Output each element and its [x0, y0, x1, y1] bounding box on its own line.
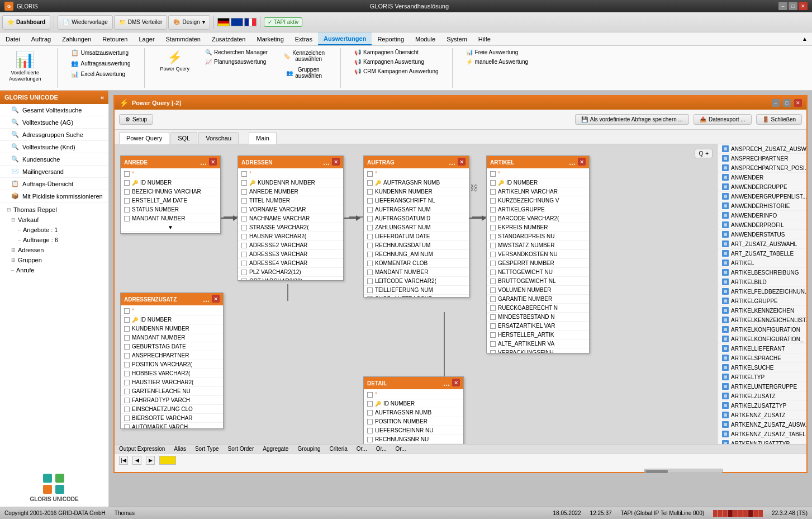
ribbon-collapse[interactable]: ▲ — [797, 32, 812, 45]
kampagnen-uebersicht-btn[interactable]: 📢 Kampagnen Übersicht — [352, 48, 441, 56]
artikel-menu[interactable]: ... — [569, 158, 576, 167]
anrede-row-bezeichnung[interactable]: BEZEICHNUNG VARCHAR — [121, 187, 220, 196]
anrede-menu[interactable]: ... — [200, 158, 207, 167]
tree-anrufe[interactable]: – Anrufe — [0, 265, 108, 275]
menu-datei[interactable]: Datei — [0, 32, 26, 45]
sidebar-item-volltextsuche-knd[interactable]: 🔍 Volltextsuche (Knd) — [0, 141, 108, 153]
right-panel-item-artikel[interactable]: ▦ ARTIKEL — [718, 258, 806, 268]
right-panel-item-artkennzusatztyp[interactable]: ▦ ARTKENNZUSATZTYP — [718, 439, 806, 444]
right-panel-item-anwenderhistorie[interactable]: ▦ ANWENDERHISTORIE — [718, 201, 806, 211]
vordefinierte-btn[interactable]: 📊 VordefinierteAuswertungen — [4, 48, 46, 81]
adressen-close[interactable]: ✕ — [332, 158, 340, 166]
checkbox[interactable] — [124, 189, 130, 195]
scrollbar-thumb[interactable] — [645, 470, 668, 473]
toolbar-dms[interactable]: 📁 DMS Verteiler — [114, 15, 168, 30]
adressenzusatz-menu[interactable]: ... — [203, 295, 210, 304]
menu-stammdaten[interactable]: Stammdaten — [160, 32, 206, 45]
tab-vorschau[interactable]: Vorschau — [198, 132, 239, 144]
right-scrollbar[interactable] — [644, 469, 723, 473]
menu-marketing[interactable]: Marketing — [251, 32, 289, 45]
detail-close[interactable]: ✕ — [452, 379, 460, 386]
pq-save-query-btn[interactable]: 💾 Als vordefinierte Abfrage speichern ..… — [575, 114, 689, 125]
sidebar-item-pickliste[interactable]: 📦 Mit Pickliste kommissionieren — [0, 190, 108, 202]
right-panel-item-anwenderprofil[interactable]: ▦ ANWENDERPROFIL — [718, 220, 806, 230]
table-detail[interactable]: DETAIL ... ✕ * 🔑ID NUMBER AUFTRAGSNR NUM… — [363, 376, 464, 444]
tree-angebote[interactable]: – Angebote : 1 — [0, 225, 108, 235]
anrede-row-erstellt[interactable]: ERSTELLT_AM DATE — [121, 196, 220, 205]
right-panel-item-artikelkonfiguration[interactable]: ▦ ARTIKELKONFIGURATION — [718, 325, 806, 334]
right-panel-item-artkennz-zusatz[interactable]: ▦ ARTKENNZ_ZUSATZ — [718, 411, 806, 420]
right-panel-item-artkennz-zusatz-tabel[interactable]: ▦ ARTKENNZ_ZUSATZ_TABEL... — [718, 430, 806, 439]
sidebar-collapse-icon[interactable]: « — [101, 94, 104, 101]
tab-power-query[interactable]: Power Query — [119, 132, 169, 144]
menu-retouren[interactable]: Retouren — [97, 32, 133, 45]
maximize-button[interactable]: □ — [789, 2, 797, 10]
menu-hilfe[interactable]: Hilfe — [473, 32, 496, 45]
sub-tab-main[interactable]: Main — [249, 132, 277, 144]
pq-main[interactable]: Q + — [115, 144, 717, 444]
right-panel-item-artikelsprache[interactable]: ▦ ARTIKELSPRACHE — [718, 353, 806, 363]
right-panel-item-artikelgruppe[interactable]: ▦ ARTIKELGRUPPE — [718, 296, 806, 306]
flag-de[interactable] — [217, 18, 230, 26]
right-panel-item-artikelzusatztyp[interactable]: ▦ ARTIKELZUSATZTYP — [718, 401, 806, 411]
menu-system[interactable]: System — [441, 32, 473, 45]
tree-adressen[interactable]: ⊞ Adressen — [0, 245, 108, 255]
sidebar-item-gesamt[interactable]: 🔍 Gesamt Volltextsuche — [0, 104, 108, 116]
sidebar-item-volltextsuche-ag[interactable]: 🔍 Volltextsuche (AG) — [0, 116, 108, 129]
right-panel-item-artikelsuche[interactable]: ▦ ARTIKELSUCHE — [718, 363, 806, 372]
adressen-row-kundennr[interactable]: 🔑 KUNDENNR NUMBER — [238, 178, 343, 187]
pq-edit-cell[interactable] — [159, 456, 176, 465]
checkbox[interactable] — [124, 207, 130, 213]
right-panel-item-artkennz-zusatz-ausw[interactable]: ▦ ARTKENNZ_ZUSATZ_AUSW... — [718, 420, 806, 430]
freie-auswertung-btn[interactable]: 📊 Freie Auswertung — [464, 48, 531, 56]
close-button[interactable]: ✕ — [799, 2, 808, 10]
kampagnen-auswertung-btn[interactable]: 📢 Kampagnen Auswertung — [352, 58, 441, 66]
anrede-row-id[interactable]: 🔑 ID NUMBER — [121, 178, 220, 187]
right-panel-item-anwender[interactable]: ▦ ANWENDER — [718, 173, 806, 182]
right-panel-item-artikelbild[interactable]: ▦ ARTIKELBILD — [718, 277, 806, 287]
right-panel-item-anwenderstatus[interactable]: ▦ ANWENDERSTATUS — [718, 230, 806, 239]
adressen-row-star[interactable]: * — [238, 169, 343, 178]
flag-gb[interactable] — [231, 18, 243, 26]
checkbox[interactable] — [124, 198, 130, 204]
right-panel-item-artikeluntergruppe[interactable]: ▦ ARTIKELUNTERGRUPPE — [718, 382, 806, 391]
anrede-row-mandant[interactable]: MANDANT NUMBER — [121, 214, 220, 223]
menu-auswertungen[interactable]: Auswertungen — [318, 32, 372, 45]
pq-nav-prev[interactable]: ◀ — [132, 456, 141, 465]
pq-maximize[interactable]: □ — [783, 99, 791, 107]
menu-reporting[interactable]: Reporting — [372, 32, 410, 45]
right-panel-item-anwenderinfo[interactable]: ▦ ANWENDERINFO — [718, 211, 806, 220]
menu-module[interactable]: Module — [410, 32, 441, 45]
right-panel-item-artikelkennzeichen[interactable]: ▦ ARTIKELKENNZEICHEN — [718, 306, 806, 315]
right-panel-item-anwendergruppe[interactable]: ▦ ANWENDERGRUPPE — [718, 182, 806, 192]
pq-minimize[interactable]: – — [772, 99, 780, 107]
toolbar-wiedervorlage[interactable]: 📄 Wiedervorlage — [58, 15, 112, 30]
right-panel-item-artikelfeldbezeich[interactable]: ▦ ARTIKELFELDBEZEICHNUN... — [718, 287, 806, 296]
right-panel-item-artikelbeschreibung[interactable]: ▦ ARTIKELBESCHREIBUNG — [718, 268, 806, 277]
tree-thomas[interactable]: ⊟ Thomas Reppel — [0, 205, 108, 215]
toolbar-dashboard[interactable]: ⭐ Dashboard — [2, 15, 50, 30]
right-panel-item-artikelkonfiguration2[interactable]: ▦ ARTIKELKONFIGURATION_ — [718, 334, 806, 344]
anrede-close[interactable]: ✕ — [209, 158, 217, 166]
checkbox[interactable] — [124, 180, 130, 186]
right-panel-item-ansprechpartner-posi[interactable]: ▦ ANSPRECHPARTNER_POSI... — [718, 163, 806, 173]
anrede-row-status[interactable]: STATUS NUMBER — [121, 205, 220, 214]
table-adressen[interactable]: ADRESSEN ... ✕ * — [238, 155, 344, 281]
table-adressenzusatz[interactable]: ADRESSENZUSATZ ... ✕ * 🔑ID NUMBER KUNDEN… — [120, 292, 224, 429]
right-panel-item-artikellieferant[interactable]: ▦ ARTIKELLIEFERANT — [718, 344, 806, 353]
auftrag-close[interactable]: ✕ — [458, 158, 466, 166]
pq-nav-next[interactable]: ▶ — [146, 456, 155, 465]
tree-verkauf[interactable]: ⊟ Verkauf — [0, 215, 108, 225]
sidebar-item-mailing[interactable]: ✉️ Mailingversand — [0, 166, 108, 178]
ribbon-excel[interactable]: 📊 Excel Auswertung — [69, 69, 133, 79]
artikel-close[interactable]: ✕ — [578, 158, 586, 166]
manuelle-auswertung-btn[interactable]: ⚡ manuelle Auswertung — [464, 58, 531, 66]
menu-lager[interactable]: Lager — [133, 32, 160, 45]
table-anrede[interactable]: ANREDE ... ✕ * — [120, 155, 221, 234]
right-panel-item-ansprech-zusatz[interactable]: ▦ ANSPRECH_ZUSATZ_AUSW... — [718, 144, 806, 154]
right-panel-item-art-zusatz-tabelle[interactable]: ▦ ART_ZUSATZ_TABELLE — [718, 249, 806, 258]
checkbox[interactable] — [124, 171, 130, 177]
right-panel-item-ansprechpartner[interactable]: ▦ ANSPRECHPARTNER — [718, 154, 806, 163]
menu-extras[interactable]: Extras — [289, 32, 318, 45]
auftrag-menu[interactable]: ... — [449, 158, 455, 167]
